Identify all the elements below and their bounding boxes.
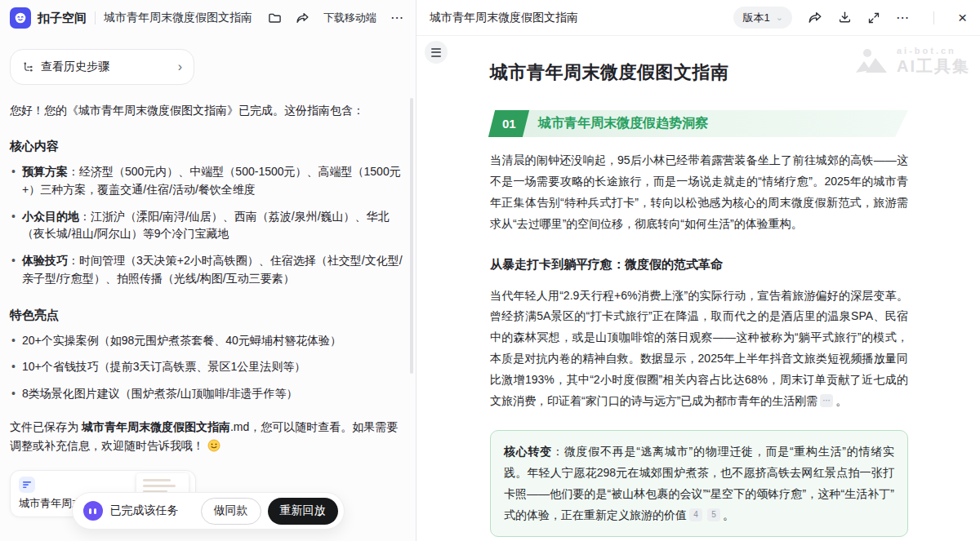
task-title: 城市青年周末微度假图文指南	[104, 11, 252, 25]
assistant-greeting: 您好！您的《城市青年周末微度假图文指南》已完成。这份指南包含：	[10, 101, 403, 119]
section-number-badge: 01	[488, 110, 529, 137]
section-banner: 01 城市青年周末微度假趋势洞察	[490, 110, 908, 137]
core-content-list: 预算方案：经济型（500元内）、中端型（500-1500元）、高端型（1500元…	[10, 163, 403, 287]
more-icon[interactable]: ⋯	[390, 11, 404, 24]
document-icon	[19, 477, 35, 493]
document-panel: 城市青年周末微度假图文指南 版本1 ⌄ ⋯ ×	[416, 0, 980, 541]
smile-emoji-icon	[207, 439, 220, 458]
list-item: 8类场景化图片建议（围炉煮茶/山顶咖啡/非遗手作等）	[10, 385, 403, 403]
key-insight-callout: 核心转变：微度假不再是“逃离城市”的物理迁徙，而是“重构生活”的情绪实践。年轻人…	[490, 430, 908, 538]
highlights-list: 20+个实操案例（如98元围炉煮茶套餐、40元蟳埔村簪花体验） 10+个省钱技巧…	[10, 332, 403, 403]
outline-menu-icon[interactable]	[425, 41, 448, 64]
chevron-down-icon: ⌄	[776, 12, 783, 23]
list-item: 20+个实操案例（如98元围炉煮茶套餐、40元蟳埔村簪花体验）	[10, 332, 403, 350]
header-divider	[933, 11, 934, 24]
left-header-actions: 下载移动端 ⋯	[268, 11, 404, 25]
document-title: 城市青年周末微度假图文指南	[490, 60, 908, 85]
citation-badge[interactable]: 5	[707, 508, 720, 521]
download-icon[interactable]	[838, 11, 852, 24]
steps-icon	[22, 61, 34, 73]
history-steps-label: 查看历史步骤	[41, 60, 109, 74]
document-content: 城市青年周末微度假图文指南 01 城市青年周末微度假趋势洞察 当清晨的闹钟还没响…	[490, 36, 908, 541]
paragraph: 当清晨的闹钟还没响起，95后小林已经带着露营装备坐上了前往城郊的高铁——这不是一…	[490, 150, 908, 235]
highlights-heading: 特色亮点	[10, 308, 403, 323]
task-status-bar: 已完成该任务 做同款 重新回放	[72, 492, 345, 530]
document-header-title: 城市青年周末微度假图文指南	[430, 11, 578, 25]
document-header-actions: 版本1 ⌄ ⋯ ×	[733, 7, 967, 29]
replay-button[interactable]: 重新回放	[268, 498, 338, 525]
folder-icon[interactable]	[268, 11, 282, 25]
share-icon[interactable]	[296, 11, 310, 25]
list-item: 10+个省钱技巧（提前3天订高铁票、景区1公里法则等）	[10, 358, 403, 376]
file-saved-note: 文件已保存为 城市青年周末微度假图文指南.md，您可以随时查看。如果需要调整或补…	[10, 418, 403, 458]
core-content-heading: 核心内容	[10, 139, 403, 154]
task-status-text: 已完成该任务	[110, 503, 179, 518]
download-mobile-button[interactable]: 下载移动端	[323, 11, 376, 25]
history-steps-button[interactable]: 查看历史步骤 ›	[10, 49, 194, 85]
list-item: 体验技巧：时间管理（3天决策+2小时高铁圈）、住宿选择（社交型/文化型/亲子型/…	[10, 252, 403, 287]
more-icon[interactable]: ⋯	[896, 11, 910, 24]
chat-scrollbar[interactable]	[410, 98, 413, 374]
list-item: 小众目的地：江浙沪（溧阳/南浔/仙居）、西南（荔波/泉州/巍山）、华北（夜长城/…	[10, 208, 403, 243]
share-icon[interactable]	[808, 11, 822, 25]
version-selector[interactable]: 版本1 ⌄	[733, 7, 791, 29]
subsection-heading: 从暴走打卡到躺平疗愈：微度假的范式革命	[490, 257, 908, 273]
app-logo-icon	[10, 7, 31, 29]
close-icon[interactable]: ×	[958, 10, 967, 25]
left-header: 扣子空间 城市青年周末微度假图文指南 下载移动端 ⋯	[0, 0, 416, 36]
chat-panel: 扣子空间 城市青年周末微度假图文指南 下载移动端 ⋯ 查看历史步骤 › 您好！您…	[0, 0, 416, 541]
assistant-avatar	[83, 501, 103, 521]
document-header: 城市青年周末微度假图文指南 版本1 ⌄ ⋯ ×	[416, 0, 980, 36]
citation-badge[interactable]: 4	[689, 508, 702, 521]
citation-collapsed-badge[interactable]: ⋯	[820, 394, 833, 407]
brand-name: 扣子空间	[38, 11, 87, 26]
app-window: 扣子空间 城市青年周末微度假图文指南 下载移动端 ⋯ 查看历史步骤 › 您好！您…	[0, 0, 980, 541]
list-item: 预算方案：经济型（500元内）、中端型（500-1500元）、高端型（1500元…	[10, 163, 403, 198]
document-viewer[interactable]: ai-bot.cn AI工具集 城市青年周末微度假图文指南 01 城市青年周末微…	[416, 36, 980, 541]
chevron-right-icon: ›	[178, 60, 182, 74]
saved-file-name: 城市青年周末微度假图文指南	[82, 420, 230, 433]
callout-lead: 核心转变	[504, 445, 552, 458]
make-same-button[interactable]: 做同款	[201, 498, 261, 525]
paragraph: 当代年轻人用“2.9天行程+6%消费上涨”的实际行动，宣告着旅游偏好的深层变革。…	[490, 286, 908, 412]
header-divider	[95, 11, 96, 24]
chat-message-area[interactable]: 查看历史步骤 › 您好！您的《城市青年周末微度假图文指南》已完成。这份指南包含：…	[0, 36, 416, 541]
expand-icon[interactable]	[867, 11, 880, 24]
section-title: 城市青年周末微度假趋势洞察	[538, 115, 708, 132]
